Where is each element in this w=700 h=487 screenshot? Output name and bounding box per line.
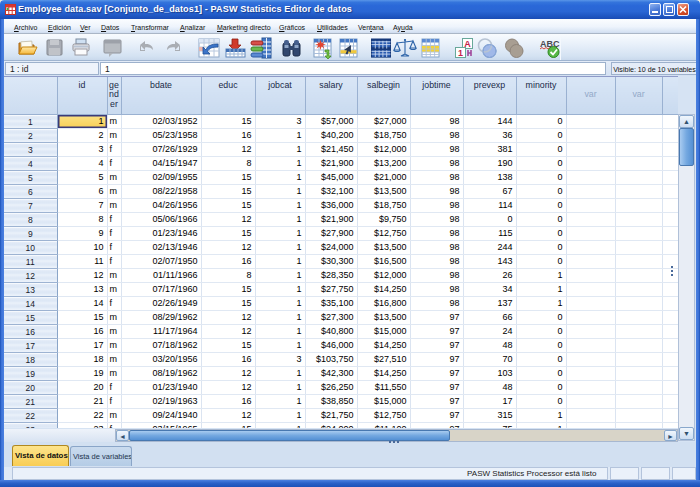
svg-text:1: 1 [458, 48, 463, 58]
